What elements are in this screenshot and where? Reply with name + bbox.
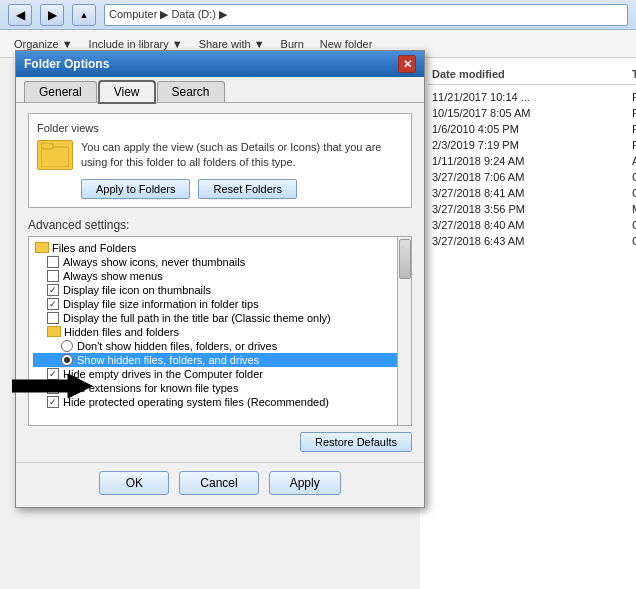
address-bar[interactable]: Computer ▶ Data (D:) ▶ xyxy=(104,4,628,26)
svg-marker-2 xyxy=(12,374,92,398)
explorer-toolbar: ◀ ▶ ▲ Computer ▶ Data (D:) ▶ xyxy=(0,0,636,30)
svg-rect-1 xyxy=(41,143,53,149)
table-row: 3/27/2018 3:56 PMMicrosoft Exce xyxy=(428,201,636,217)
radio-icon[interactable] xyxy=(61,340,73,352)
file-type: Adobe Acrobat xyxy=(628,154,636,168)
file-type: File folder xyxy=(628,90,636,104)
forward-button[interactable]: ▶ xyxy=(40,4,64,26)
tab-search[interactable]: Search xyxy=(157,81,225,102)
file-type: File folder xyxy=(628,138,636,152)
tree-item[interactable]: Don't show hidden files, folders, or dri… xyxy=(33,339,407,353)
restore-btn-row: Restore Defaults xyxy=(28,432,412,452)
table-row: 3/27/2018 8:41 AMChrome HTML xyxy=(428,185,636,201)
file-list-header: Date modified Type xyxy=(428,66,636,85)
folder-views-box: Folder views You can apply the view (suc… xyxy=(28,113,412,208)
file-date: 3/27/2018 3:56 PM xyxy=(428,202,628,216)
apply-button[interactable]: Apply xyxy=(269,471,341,495)
type-col[interactable]: Type xyxy=(628,66,636,82)
radio-icon[interactable] xyxy=(61,354,73,366)
tab-view[interactable]: View xyxy=(99,81,155,103)
tab-general[interactable]: General xyxy=(24,81,97,102)
arrow-icon xyxy=(12,372,92,400)
file-type: File folder xyxy=(628,122,636,136)
advanced-settings-label: Advanced settings: xyxy=(28,218,412,232)
file-date: 1/6/2010 4:05 PM xyxy=(428,122,628,136)
folder-options-dialog: Folder Options ✕ General View Search Fol… xyxy=(15,50,425,508)
file-date: 11/21/2017 10:14 ... xyxy=(428,90,628,104)
tree-item[interactable]: ✓Display file size information in folder… xyxy=(33,297,407,311)
file-list: Date modified Type 11/21/2017 10:14 ...F… xyxy=(420,58,636,589)
tree-item[interactable]: Always show menus xyxy=(33,269,407,283)
file-rows: 11/21/2017 10:14 ...File folder10/15/201… xyxy=(428,89,636,249)
file-date: 3/27/2018 6:43 AM xyxy=(428,234,628,248)
table-row: 3/27/2018 8:40 AMChrome HTML xyxy=(428,217,636,233)
dialog-tabs: General View Search xyxy=(16,77,424,103)
folder-views-title: Folder views xyxy=(37,122,403,134)
file-type: File folder xyxy=(628,106,636,120)
table-row: 3/27/2018 7:06 AMChrome HTML xyxy=(428,169,636,185)
arrow-annotation xyxy=(12,372,92,400)
file-type: Chrome HTML xyxy=(628,218,636,232)
apply-to-folders-button[interactable]: Apply to Folders xyxy=(81,179,190,199)
ok-button[interactable]: OK xyxy=(99,471,169,495)
tree-item[interactable]: Hidden files and folders xyxy=(33,325,407,339)
file-date: 2/3/2019 7:19 PM xyxy=(428,138,628,152)
up-button[interactable]: ▲ xyxy=(72,4,96,26)
checkbox-icon[interactable] xyxy=(47,270,59,282)
tree-item[interactable]: Always show icons, never thumbnails xyxy=(33,255,407,269)
file-date: 3/27/2018 7:06 AM xyxy=(428,170,628,184)
file-type: Microsoft Exce xyxy=(628,202,636,216)
file-date: 10/15/2017 8:05 AM xyxy=(428,106,628,120)
dialog-titlebar: Folder Options ✕ xyxy=(16,51,424,77)
back-button[interactable]: ◀ xyxy=(8,4,32,26)
dialog-body: Folder views You can apply the view (suc… xyxy=(16,103,424,462)
checkbox-icon[interactable] xyxy=(47,256,59,268)
table-row: 1/6/2010 4:05 PMFile folder xyxy=(428,121,636,137)
checkbox-icon[interactable] xyxy=(47,312,59,324)
file-type: Chrome HTML xyxy=(628,186,636,200)
dialog-title: Folder Options xyxy=(24,57,109,71)
tree-item[interactable]: Display the full path in the title bar (… xyxy=(33,311,407,325)
table-row: 1/11/2018 9:24 AMAdobe Acrobat xyxy=(428,153,636,169)
folder-views-desc: You can apply the view (such as Details … xyxy=(81,140,403,171)
table-row: 3/27/2018 6:43 AMChrome HTML xyxy=(428,233,636,249)
close-button[interactable]: ✕ xyxy=(398,55,416,73)
cancel-button[interactable]: Cancel xyxy=(179,471,258,495)
tree-item[interactable]: ✓Display file icon on thumbnails xyxy=(33,283,407,297)
tree-item[interactable]: Files and Folders xyxy=(33,241,407,255)
file-type: Chrome HTML xyxy=(628,170,636,184)
file-type: Chrome HTML xyxy=(628,234,636,248)
tree-item[interactable]: Show hidden files, folders, and drives xyxy=(33,353,407,367)
restore-defaults-button[interactable]: Restore Defaults xyxy=(300,432,412,452)
date-modified-col[interactable]: Date modified xyxy=(428,66,628,82)
svg-rect-0 xyxy=(41,147,69,167)
table-row: 11/21/2017 10:14 ...File folder xyxy=(428,89,636,105)
folder-icon xyxy=(37,140,73,170)
dialog-footer: OK Cancel Apply xyxy=(16,462,424,507)
table-row: 10/15/2017 8:05 AMFile folder xyxy=(428,105,636,121)
file-date: 3/27/2018 8:41 AM xyxy=(428,186,628,200)
folder-tree-icon xyxy=(35,242,49,253)
scrollbar[interactable] xyxy=(397,237,411,425)
checkbox-icon[interactable]: ✓ xyxy=(47,284,59,296)
file-date: 1/11/2018 9:24 AM xyxy=(428,154,628,168)
reset-folders-button[interactable]: Reset Folders xyxy=(198,179,296,199)
folder-tree-icon xyxy=(47,326,61,337)
folder-views-row: You can apply the view (such as Details … xyxy=(37,140,403,171)
scrollbar-thumb[interactable] xyxy=(399,239,411,279)
checkbox-icon[interactable]: ✓ xyxy=(47,298,59,310)
table-row: 2/3/2019 7:19 PMFile folder xyxy=(428,137,636,153)
folder-views-buttons: Apply to Folders Reset Folders xyxy=(37,179,403,199)
file-date: 3/27/2018 8:40 AM xyxy=(428,218,628,232)
